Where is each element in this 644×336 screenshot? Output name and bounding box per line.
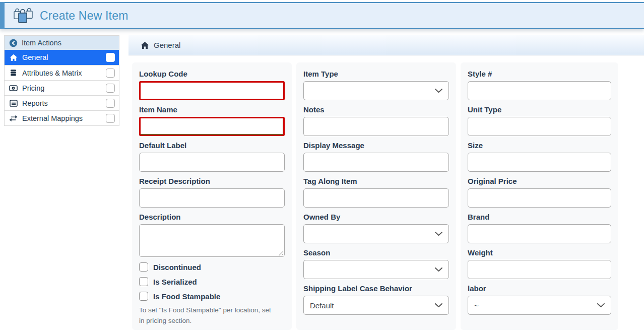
discontinued-checkbox[interactable] [139,262,148,272]
chevron-down-icon [434,232,443,236]
page-title: Create New Item [40,9,128,23]
discontinued-label: Discontinued [153,263,201,272]
section-title: General [154,41,180,49]
original-price-label: Original Price [468,177,611,186]
season-select[interactable] [303,260,449,279]
section-header: General [128,35,644,55]
money-bill-icon [9,84,18,92]
panel-general-middle: Item Type Notes Display Message Tag Alon… [296,62,456,330]
database-icon [9,69,18,77]
sidebar-header: Item Actions [5,36,119,50]
notes-label: Notes [303,105,449,114]
original-price-input[interactable] [468,188,611,208]
lookup-code-input[interactable] [139,81,285,100]
home-icon [141,41,149,49]
sidebar-item-label: Attributes & Matrix [22,69,101,77]
app-header: Create New Item [0,2,644,29]
chevron-down-icon [434,267,443,272]
sidebar-item-attributes-matrix-checkbox[interactable] [106,69,115,78]
sidebar-item-external-mappings[interactable]: External Mappings [5,110,119,125]
shipping-label-case-behavior-label: Shipping Label Case Behavior [303,284,449,293]
sidebar-title: Item Actions [22,39,61,47]
food-stampable-note: To set "Is Food Stampable" per location,… [139,305,276,326]
sidebar-item-attributes-matrix[interactable]: Attributes & Matrix [5,65,119,80]
unit-type-input[interactable] [468,117,611,136]
sidebar-item-pricing-checkbox[interactable] [106,84,115,93]
sidebar-item-label: General [22,53,101,61]
unit-type-label: Unit Type [468,105,611,114]
screen: Create New Item Item Actions General [0,0,644,336]
item-name-label: Item Name [139,105,285,114]
is-serialized-row: Is Serialized [139,277,285,286]
swap-arrows-icon [9,114,18,122]
size-label: Size [468,141,611,150]
general-form: Lookup Code Item Name Default Label Rece… [132,62,618,330]
item-name-input[interactable] [139,117,285,136]
tag-along-item-label: Tag Along Item [303,177,449,186]
brand-input[interactable] [468,224,611,243]
weight-label: Weight [468,248,611,257]
shipping-label-case-behavior-value: Default [310,301,334,310]
chevron-down-icon [434,89,443,93]
is-food-stampable-checkbox[interactable] [139,292,148,301]
shopping-bags-icon [13,7,33,25]
description-textarea[interactable] [139,224,285,257]
style-number-label: Style # [468,70,611,79]
owned-by-select[interactable] [303,224,449,243]
sidebar-item-reports-checkbox[interactable] [106,99,115,108]
labor-value: ~ [474,301,479,310]
is-food-stampable-row: Is Food Stampable [139,292,285,301]
receipt-description-input[interactable] [139,188,285,208]
labor-label: labor [468,284,611,293]
item-type-select[interactable] [303,81,449,100]
receipt-description-label: Receipt Description [139,177,285,186]
sidebar-item-general[interactable]: General [5,50,119,65]
owned-by-label: Owned By [303,213,449,222]
sidebar: Item Actions General Attributes & Matrix [4,35,119,126]
panel-general-left: Lookup Code Item Name Default Label Rece… [132,62,292,330]
panel-general-right: Style # Unit Type Size Original Price Br… [461,62,618,330]
weight-input[interactable] [468,260,611,279]
default-label-input[interactable] [139,153,285,172]
sidebar-item-external-mappings-checkbox[interactable] [106,114,115,123]
is-serialized-checkbox[interactable] [139,277,148,286]
is-serialized-label: Is Serialized [153,278,197,286]
display-message-input[interactable] [303,153,449,172]
notes-input[interactable] [303,117,449,136]
is-food-stampable-label: Is Food Stampable [153,292,220,301]
description-label: Description [139,213,285,222]
style-number-input[interactable] [468,81,611,100]
sidebar-item-label: External Mappings [22,114,101,122]
sidebar-item-label: Reports [22,99,101,107]
collapse-back-circle-icon[interactable] [9,39,18,47]
lookup-code-label: Lookup Code [139,70,285,79]
sidebar-item-reports[interactable]: Reports [5,95,119,110]
shipping-label-case-behavior-select[interactable]: Default [303,296,449,315]
brand-label: Brand [468,213,611,222]
sidebar-item-general-checkbox[interactable] [106,53,115,62]
home-icon [9,53,18,62]
item-type-label: Item Type [303,70,449,79]
display-message-label: Display Message [303,141,449,150]
sidebar-item-label: Pricing [22,84,101,92]
season-label: Season [303,248,449,257]
chevron-down-icon [597,303,605,308]
sidebar-item-pricing[interactable]: Pricing [5,80,119,95]
report-list-icon [9,99,18,107]
chevron-down-icon [434,303,443,308]
size-input[interactable] [468,153,611,172]
default-label-label: Default Label [139,141,285,150]
header-accent-bar [0,2,5,29]
tag-along-item-input[interactable] [303,188,449,208]
labor-select[interactable]: ~ [468,296,611,315]
description-textarea-wrap [139,224,285,257]
discontinued-row: Discontinued [139,262,285,272]
